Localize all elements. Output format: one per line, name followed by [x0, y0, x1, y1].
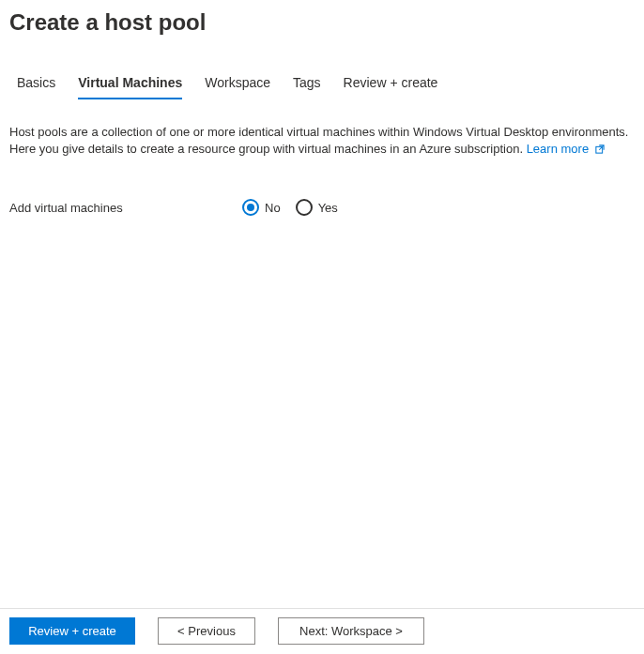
add-vm-row: Add virtual machines No Yes [0, 199, 644, 216]
add-vm-label: Add virtual machines [9, 201, 242, 215]
learn-more-link[interactable]: Learn more [527, 142, 606, 156]
tabs-bar: Basics Virtual Machines Workspace Tags R… [0, 75, 644, 99]
tab-basics[interactable]: Basics [17, 75, 55, 99]
footer-buttons: Review + create < Previous Next: Workspa… [9, 617, 424, 645]
radio-yes[interactable]: Yes [296, 199, 338, 216]
next-button[interactable]: Next: Workspace > [278, 617, 424, 645]
tab-review-create[interactable]: Review + create [344, 75, 438, 99]
add-vm-radio-group: No Yes [242, 199, 338, 216]
radio-no-label: No [265, 201, 281, 215]
previous-button[interactable]: < Previous [158, 617, 255, 645]
radio-no[interactable]: No [242, 199, 281, 216]
footer-divider [0, 608, 644, 609]
tab-tags[interactable]: Tags [293, 75, 321, 99]
external-link-icon [594, 143, 606, 160]
radio-circle-icon [242, 199, 259, 216]
learn-more-text: Learn more [527, 142, 589, 156]
radio-circle-icon [296, 199, 313, 216]
review-create-button[interactable]: Review + create [9, 617, 135, 645]
page-title: Create a host pool [0, 0, 644, 36]
tab-virtual-machines[interactable]: Virtual Machines [78, 75, 182, 99]
description-block: Host pools are a collection of one or mo… [0, 124, 644, 160]
radio-yes-label: Yes [318, 201, 338, 215]
tab-workspace[interactable]: Workspace [205, 75, 270, 99]
